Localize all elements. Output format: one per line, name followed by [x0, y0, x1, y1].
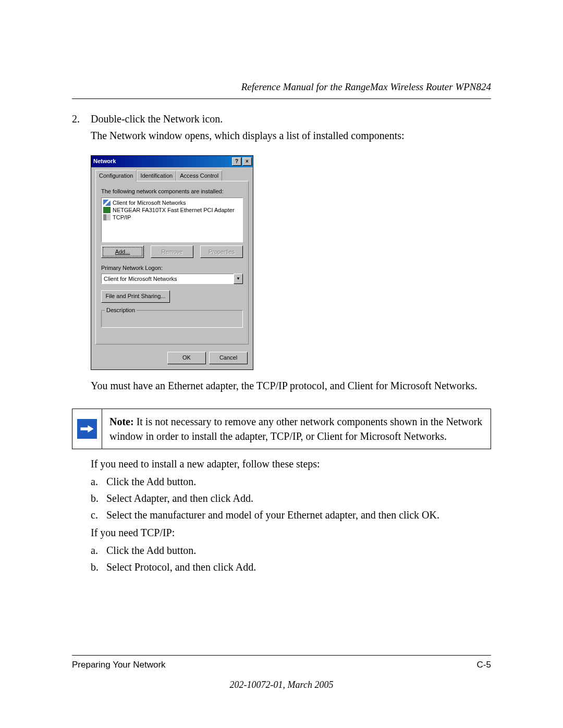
logon-value: Client for Microsoft Networks: [101, 274, 234, 284]
protocol-icon: [103, 214, 111, 220]
sub-step: Click the Add button.: [106, 543, 196, 558]
remove-button: Remove: [151, 245, 193, 258]
requirement-text: You must have an Ethernet adapter, the T…: [91, 378, 491, 393]
step-text-2: The Network window opens, which displays…: [91, 128, 491, 143]
help-button[interactable]: ?: [232, 157, 241, 166]
note-body: It is not necessary to remove any other …: [109, 416, 482, 442]
ok-button[interactable]: OK: [167, 352, 206, 364]
logon-label: Primary Network Logon:: [101, 264, 243, 272]
sub-label: b.: [91, 560, 100, 574]
sub-step: Click the Add button.: [106, 474, 196, 489]
footer-page: C-5: [477, 659, 491, 671]
client-icon: [103, 200, 111, 206]
description-legend: Description: [105, 306, 137, 314]
list-item[interactable]: TCP/IP: [103, 214, 241, 221]
network-dialog: Network ? × Configuration Identification…: [91, 155, 253, 370]
sub-label: a.: [91, 543, 100, 558]
dialog-title: Network: [93, 157, 231, 165]
note-text: Note: It is not necessary to remove any …: [102, 409, 491, 449]
sub-label: a.: [91, 474, 100, 489]
step-text-1: Double-click the Network icon.: [91, 112, 223, 126]
tcpip-intro: If you need TCP/IP:: [91, 525, 491, 540]
list-item-label: TCP/IP: [113, 214, 131, 221]
titlebar: Network ? ×: [91, 156, 253, 167]
tab-access-control[interactable]: Access Control: [176, 170, 222, 181]
step-2: 2. Double-click the Network icon.: [72, 112, 491, 126]
footer-rule: [72, 655, 491, 656]
tab-strip: Configuration Identification Access Cont…: [91, 167, 253, 181]
sub-label: b.: [91, 491, 100, 505]
sub-step: Select Adapter, and then click Add.: [106, 491, 253, 505]
close-button[interactable]: ×: [242, 157, 252, 166]
step-number: 2.: [72, 112, 83, 126]
description-groupbox: Description: [101, 310, 243, 328]
tcpip-steps: a.Click the Add button. b.Select Protoco…: [91, 543, 491, 574]
adapter-steps: a.Click the Add button. b.Select Adapter…: [91, 474, 491, 522]
tab-configuration[interactable]: Configuration: [95, 170, 137, 181]
footer-section: Preparing Your Network: [72, 659, 166, 671]
manual-page: Reference Manual for the RangeMax Wirele…: [0, 0, 563, 728]
chevron-down-icon[interactable]: ▼: [234, 274, 243, 284]
dialog-footer: OK Cancel: [91, 349, 253, 369]
list-item[interactable]: NETGEAR FA310TX Fast Ethernet PCI Adapte…: [103, 206, 241, 214]
components-listbox[interactable]: Client for Microsoft Networks NETGEAR FA…: [101, 198, 243, 242]
list-item[interactable]: Client for Microsoft Networks: [103, 199, 241, 206]
list-item-label: Client for Microsoft Networks: [113, 199, 186, 206]
running-header: Reference Manual for the RangeMax Wirele…: [72, 80, 491, 94]
network-dialog-figure: Network ? × Configuration Identification…: [91, 155, 491, 370]
sub-label: c.: [91, 508, 100, 522]
properties-button: Properties: [200, 245, 243, 258]
note-box: Note: It is not necessary to remove any …: [72, 409, 491, 449]
list-label: The following network components are ins…: [101, 188, 243, 195]
add-button[interactable]: Add...: [101, 245, 144, 258]
cancel-button[interactable]: Cancel: [209, 352, 248, 364]
tab-panel: The following network components are ins…: [95, 181, 249, 344]
sub-step: Select Protocol, and then click Add.: [106, 560, 256, 574]
logon-combo[interactable]: Client for Microsoft Networks ▼: [101, 274, 243, 284]
button-row: Add... Remove Properties: [101, 245, 243, 258]
footer-docnum: 202-10072-01, March 2005: [72, 678, 491, 692]
header-rule: [72, 98, 491, 99]
page-footer: Preparing Your Network C-5 202-10072-01,…: [72, 655, 491, 692]
adapter-intro: If you need to install a new adapter, fo…: [91, 456, 491, 471]
file-print-sharing-button[interactable]: File and Print Sharing...: [101, 290, 170, 303]
sub-step: Select the manufacturer and model of you…: [106, 508, 439, 522]
tab-identification[interactable]: Identification: [137, 170, 176, 181]
note-arrow-icon: [72, 409, 102, 449]
note-label: Note:: [109, 416, 134, 427]
adapter-icon: [103, 207, 111, 213]
list-item-label: NETGEAR FA310TX Fast Ethernet PCI Adapte…: [113, 206, 235, 214]
